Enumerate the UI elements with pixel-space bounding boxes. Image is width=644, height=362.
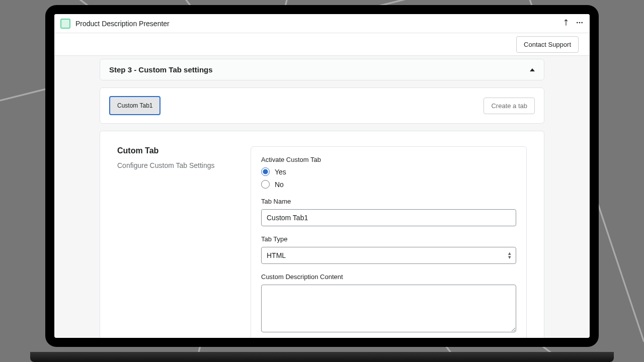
radio-no-input[interactable]: [261, 180, 270, 189]
settings-heading: Cutom Tab: [117, 146, 240, 155]
app-header: Product Description Presenter: [54, 14, 590, 33]
activate-label: Activate Custom Tab: [261, 156, 516, 163]
tab-type-label: Tab Type: [261, 235, 516, 243]
tab-bar-card: Custom Tab1 Create a tab: [100, 87, 544, 124]
settings-sidebar: Cutom Tab Configure Custom Tab Settings: [117, 146, 240, 338]
content-textarea[interactable]: [261, 285, 516, 332]
app-icon: [60, 19, 70, 29]
svg-point-0: [577, 22, 578, 23]
settings-subtext: Configure Custom Tab Settings: [117, 161, 240, 169]
svg-point-1: [579, 22, 581, 23]
tab-type-select[interactable]: [261, 247, 516, 264]
radio-yes[interactable]: Yes: [261, 167, 516, 176]
radio-no[interactable]: No: [261, 180, 516, 189]
laptop-frame: Product Description Presenter Contact Su…: [45, 5, 599, 347]
tab-type-group: Tab Type ▴▾: [261, 235, 516, 264]
form-panel: Activate Custom Tab Yes No Tab Name: [251, 146, 527, 338]
content-group: Custom Description Content: [261, 273, 516, 334]
accordion-step-3[interactable]: Step 3 - Custom Tab settings: [100, 59, 544, 80]
activate-group: Activate Custom Tab Yes No: [261, 156, 516, 189]
radio-no-label: No: [275, 180, 284, 189]
content-label: Custom Description Content: [261, 273, 516, 281]
tab-name-group: Tab Name: [261, 198, 516, 226]
caret-up-icon: [530, 68, 535, 71]
tab-name-input[interactable]: [261, 209, 516, 226]
settings-card: Cutom Tab Configure Custom Tab Settings …: [100, 131, 544, 338]
laptop-base: [30, 352, 614, 362]
app-title: Product Description Presenter: [75, 20, 170, 28]
tab-custom-tab1[interactable]: Custom Tab1: [109, 96, 160, 115]
content-area: Step 3 - Custom Tab settings Custom Tab1…: [54, 56, 590, 338]
tab-name-label: Tab Name: [261, 198, 516, 205]
accordion-title: Step 3 - Custom Tab settings: [109, 65, 213, 74]
radio-yes-input[interactable]: [261, 167, 270, 176]
radio-yes-label: Yes: [275, 168, 286, 176]
toolbar: Contact Support: [54, 33, 590, 56]
create-tab-button[interactable]: Create a tab: [484, 98, 535, 114]
app-screen: Product Description Presenter Contact Su…: [54, 14, 590, 338]
more-icon[interactable]: [576, 19, 584, 29]
contact-support-button[interactable]: Contact Support: [516, 36, 579, 53]
pin-icon[interactable]: [562, 19, 570, 28]
svg-point-2: [581, 22, 583, 23]
